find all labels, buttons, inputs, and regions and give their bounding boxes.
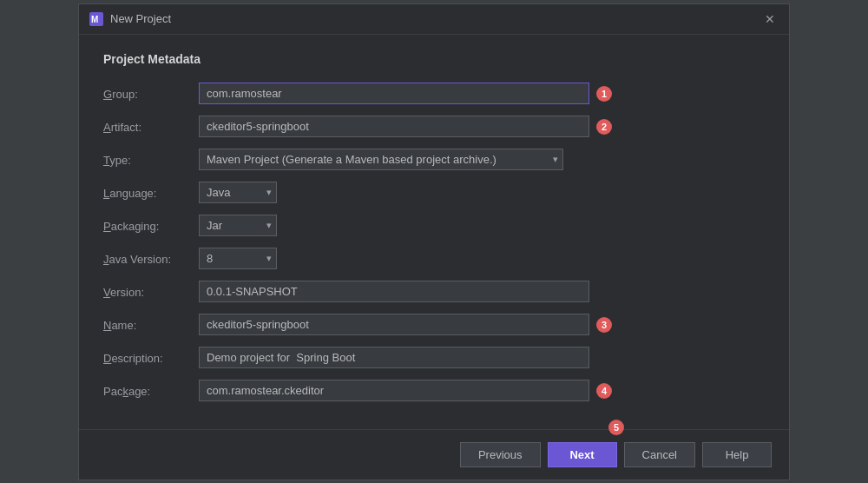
dialog-title: New Project [110,12,171,25]
name-input[interactable] [199,314,589,335]
name-badge: 3 [596,317,612,333]
group-label: Group: [103,86,199,101]
title-bar-left: M New Project [89,12,171,26]
footer-badge-5: 5 [608,420,624,435]
type-select[interactable]: Maven Project (Generate a Maven based pr… [199,149,563,170]
version-label: Version: [103,284,199,299]
java-version-select-wrapper: 8 11 17 [199,248,277,269]
cancel-button[interactable]: Cancel [624,442,695,467]
language-row: Language: Java Kotlin Groovy [103,181,765,205]
artifact-label: Artifact: [103,119,199,134]
packaging-row: Packaging: Jar War [103,214,765,238]
packaging-select-wrapper: Jar War [199,215,277,236]
new-project-dialog: M New Project ✕ Project Metadata Group: … [78,3,790,480]
description-field [199,347,589,368]
type-select-wrapper: Maven Project (Generate a Maven based pr… [199,149,563,170]
app-icon: M [89,12,103,26]
type-row: Type: Maven Project (Generate a Maven ba… [103,148,765,172]
description-input[interactable] [199,347,589,368]
artifact-row: Artifact: 2 [103,115,765,139]
group-field [199,83,589,104]
packaging-label: Packaging: [103,218,199,233]
version-field [199,281,589,302]
type-label: Type: [103,152,199,167]
language-select-wrapper: Java Kotlin Groovy [199,182,277,203]
next-button[interactable]: Next [548,442,617,467]
language-field: Java Kotlin Groovy [199,182,589,203]
group-row: Group: 1 [103,82,765,106]
java-version-row: Java Version: 8 11 17 [103,247,765,271]
java-version-field: 8 11 17 [199,248,589,269]
description-row: Description: [103,346,765,370]
package-field [199,380,589,401]
type-field: Maven Project (Generate a Maven based pr… [199,149,589,170]
title-bar: M New Project ✕ [79,4,789,35]
packaging-select[interactable]: Jar War [199,215,277,236]
version-input[interactable] [199,281,589,302]
group-badge: 1 [596,86,612,102]
name-field [199,314,589,335]
package-label: Package: [103,383,199,398]
artifact-badge: 2 [596,119,612,135]
help-button[interactable]: Help [702,442,772,467]
version-row: Version: [103,280,765,304]
name-row: Name: 3 [103,313,765,337]
java-version-label: Java Version: [103,251,199,266]
group-input[interactable] [199,83,589,104]
close-button[interactable]: ✕ [761,11,779,27]
name-label: Name: [103,317,199,332]
previous-button[interactable]: Previous [460,442,541,467]
packaging-field: Jar War [199,215,589,236]
package-row: Package: 4 [103,379,765,403]
java-version-select[interactable]: 8 11 17 [199,248,277,269]
dialog-footer: 5 Previous Next Cancel Help [79,429,789,480]
section-title: Project Metadata [103,52,765,66]
dialog-content: Project Metadata Group: 1 Artifact: 2 Ty… [79,35,789,429]
svg-text:M: M [91,15,98,24]
package-input[interactable] [199,380,589,401]
language-select[interactable]: Java Kotlin Groovy [199,182,277,203]
artifact-field [199,116,589,137]
package-badge: 4 [596,383,612,399]
language-label: Language: [103,185,199,200]
footer-badge-area: 5 [602,420,624,435]
artifact-input[interactable] [199,116,589,137]
description-label: Description: [103,350,199,365]
